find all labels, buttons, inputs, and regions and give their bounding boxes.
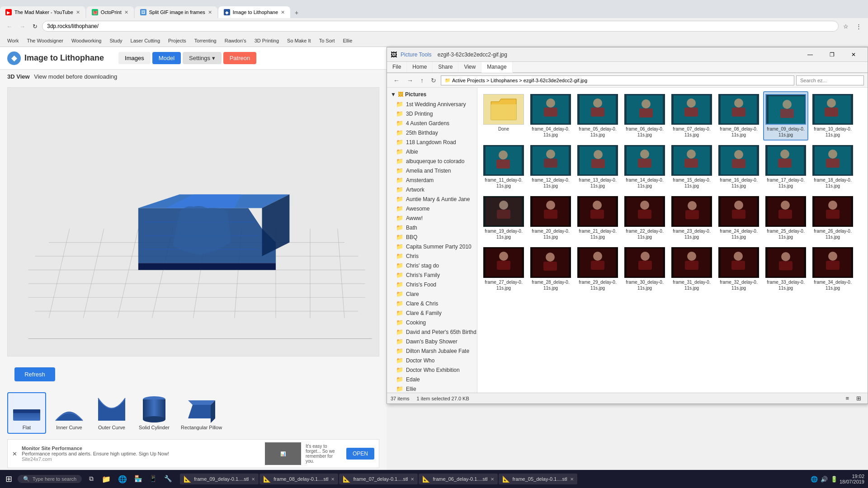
file-f09[interactable]: frame_09_delay-0.11s.jpg	[763, 91, 808, 141]
taskbar-item-4[interactable]: 📐 frame_06_delay-0.1....stl ✕	[419, 474, 497, 484]
forward-button[interactable]: →	[17, 21, 28, 32]
bookmark-projects[interactable]: Projects	[165, 37, 190, 44]
folder-clare-chris[interactable]: 📁Clare & Chris	[387, 299, 477, 308]
close-button[interactable]: ✕	[843, 47, 864, 62]
file-f24[interactable]: frame_24_delay-0.11s.jpg	[716, 193, 761, 243]
misc-button1[interactable]: 📱	[146, 473, 160, 485]
taskbar-item-2-close[interactable]: ✕	[331, 477, 335, 482]
folder-cooking[interactable]: 📁Cooking	[387, 318, 477, 327]
tab-splitgif[interactable]: 🖼 Split GIF image in frames ✕	[135, 6, 217, 18]
taskbar-item-2[interactable]: 📐 frame_08_delay-0.1....stl ✕	[259, 474, 338, 484]
folder-chris[interactable]: 📁Chris	[387, 251, 477, 261]
folder-edale[interactable]: 📁Edale	[387, 375, 477, 384]
menu-button[interactable]: ⋮	[853, 21, 864, 32]
view-tiles-btn[interactable]: ⊞	[854, 394, 864, 403]
taskbar-item-5[interactable]: 📐 frame_05_delay-0.1....stl ✕	[499, 474, 577, 484]
bookmark-torrenting[interactable]: Torrenting	[191, 37, 220, 44]
file-f18[interactable]: frame_18_delay-0.11s.jpg	[810, 142, 855, 192]
tab-youtube[interactable]: ▶ The Mad Maker - YouTube ✕	[0, 6, 85, 18]
forward-nav-btn[interactable]: →	[404, 76, 416, 85]
tab-octoprint[interactable]: 🐙 OctoPrint ✕	[86, 6, 134, 18]
folder-chris-family[interactable]: 📁Chris's Family	[387, 270, 477, 280]
nav-model[interactable]: Model	[152, 52, 181, 64]
taskbar-item-1-close[interactable]: ✕	[251, 477, 255, 482]
file-f34[interactable]: frame_34_delay-0.11s.jpg	[810, 244, 855, 294]
ribbon-tab-home[interactable]: Home	[407, 62, 433, 72]
bookmark-work[interactable]: Work	[4, 37, 22, 44]
tab-youtube-close[interactable]: ✕	[76, 9, 80, 15]
taskbar-item-4-close[interactable]: ✕	[491, 477, 494, 482]
folder-3dprinting[interactable]: 📁3D Printing	[387, 109, 477, 118]
ribbon-tab-share[interactable]: Share	[433, 62, 458, 72]
folder-bath[interactable]: 📁Bath	[387, 223, 477, 232]
taskbar-item-3[interactable]: 📐 frame_07_delay-0.1....stl ✕	[339, 474, 418, 484]
folder-chris-food[interactable]: 📁Chris's Food	[387, 280, 477, 289]
maximize-button[interactable]: ❐	[821, 47, 842, 62]
ad-close[interactable]: ✕	[12, 450, 17, 457]
reload-button[interactable]: ↻	[30, 21, 40, 32]
new-tab-button[interactable]: +	[291, 7, 302, 18]
file-f04[interactable]: frame_04_delay-0.11s.jpg	[528, 91, 573, 141]
bookmark-somakeit[interactable]: So Make It	[283, 37, 315, 44]
address-bar[interactable]	[42, 21, 839, 32]
folder-albuquerque[interactable]: 📁albuquerque to colorado	[387, 156, 477, 166]
file-f32[interactable]: frame_32_delay-0.11s.jpg	[716, 244, 761, 294]
file-f06[interactable]: frame_06_delay-0.11s.jpg	[622, 91, 667, 141]
file-f22[interactable]: frame_22_delay-0.11s.jpg	[622, 193, 667, 243]
tree-header[interactable]: ▼ 🖼 Pictures	[387, 89, 477, 99]
task-view-button[interactable]: ⧉	[85, 473, 97, 485]
misc-button2[interactable]: 🔧	[161, 473, 175, 485]
file-f17[interactable]: frame_17_delay-0.11s.jpg	[763, 142, 808, 192]
file-f07[interactable]: frame_07_delay-0.11s.jpg	[669, 91, 714, 141]
back-button[interactable]: ←	[4, 21, 15, 32]
file-f29[interactable]: frame_29_delay-0.11s.jpg	[575, 244, 620, 294]
file-f30[interactable]: frame_30_delay-0.11s.jpg	[622, 244, 667, 294]
file-f21[interactable]: frame_21_delay-0.11s.jpg	[575, 193, 620, 243]
tab-splitgif-close[interactable]: ✕	[208, 9, 212, 15]
file-f10[interactable]: frame_10_delay-0.11s.jpg	[810, 91, 855, 141]
file-done[interactable]: Done	[481, 91, 526, 141]
folder-doctor-who-exhibition[interactable]: 📁Doctor Who Exhibition	[387, 365, 477, 375]
chrome-button[interactable]: 🌐	[115, 473, 130, 485]
folder-dawn[interactable]: 📁Dawn's Baby Shower	[387, 337, 477, 346]
folder-clare-family[interactable]: 📁Clare & Family	[387, 308, 477, 318]
folder-amsterdam[interactable]: 📁Amsterdam	[387, 175, 477, 185]
folder-25bday[interactable]: 📁25th Birthday	[387, 128, 477, 137]
refresh-button[interactable]: Refresh	[14, 367, 55, 381]
search-input[interactable]	[796, 75, 864, 85]
bookmark-lasercutting[interactable]: Laser Cutting	[127, 37, 164, 44]
folder-auntie[interactable]: 📁Auntie Mary & Auntie Jane	[387, 194, 477, 204]
bookmark-study[interactable]: Study	[106, 37, 126, 44]
bookmark-3dprinting[interactable]: 3D Printing	[251, 37, 283, 44]
minimize-button[interactable]: —	[800, 47, 821, 62]
folder-artwork[interactable]: 📁Artwork	[387, 185, 477, 194]
address-path[interactable]: 📁 Active Projects > Lithophanes > ezgif-…	[441, 75, 794, 85]
folder-awesome[interactable]: 📁Awesome	[387, 204, 477, 213]
file-f26[interactable]: frame_26_delay-0.11s.jpg	[810, 193, 855, 243]
folder-4austen[interactable]: 📁4 Austen Gardens	[387, 118, 477, 128]
store-button[interactable]: 🏪	[132, 473, 145, 485]
file-f23[interactable]: frame_23_delay-0.11s.jpg	[669, 193, 714, 243]
file-f15[interactable]: frame_15_delay-0.11s.jpg	[669, 142, 714, 192]
folder-118langdown[interactable]: 📁118 Langdown Road	[387, 137, 477, 147]
folder-awww[interactable]: 📁Awww!	[387, 213, 477, 223]
folder-david[interactable]: 📁David and Peter's 65th Birthd...	[387, 327, 477, 337]
file-f31[interactable]: frame_31_delay-0.11s.jpg	[669, 244, 714, 294]
nav-images[interactable]: Images	[118, 52, 151, 64]
taskbar-item-5-close[interactable]: ✕	[570, 477, 574, 482]
ribbon-tab-view[interactable]: View	[458, 62, 481, 72]
folder-1st-anniversary[interactable]: 📁1st Wedding Anniversary	[387, 99, 477, 109]
file-f19[interactable]: frame_19_delay-0.11s.jpg	[481, 193, 526, 243]
tab-octoprint-close[interactable]: ✕	[124, 9, 128, 15]
folder-capita[interactable]: 📁Capita Summer Party 2010	[387, 242, 477, 251]
taskbar-item-1[interactable]: 📐 frame_09_delay-0.1....stl ✕	[180, 474, 259, 484]
nav-patreon[interactable]: Patreon	[223, 52, 257, 64]
file-f33[interactable]: frame_33_delay-0.11s.jpg	[763, 244, 808, 294]
folder-chris-stag[interactable]: 📁Chris' stag do	[387, 261, 477, 270]
folder-ellie[interactable]: 📁Ellie	[387, 384, 477, 393]
shape-solid-cylinder[interactable]: Solid Cylinder	[135, 392, 174, 434]
bookmark-ellie[interactable]: Ellie	[340, 37, 356, 44]
taskbar-search[interactable]: 🔍 Type here to search	[18, 475, 82, 483]
file-f13[interactable]: frame_13_delay-0.11s.jpg	[575, 142, 620, 192]
bookmark-woodsigner[interactable]: The Woodsigner	[23, 37, 67, 44]
